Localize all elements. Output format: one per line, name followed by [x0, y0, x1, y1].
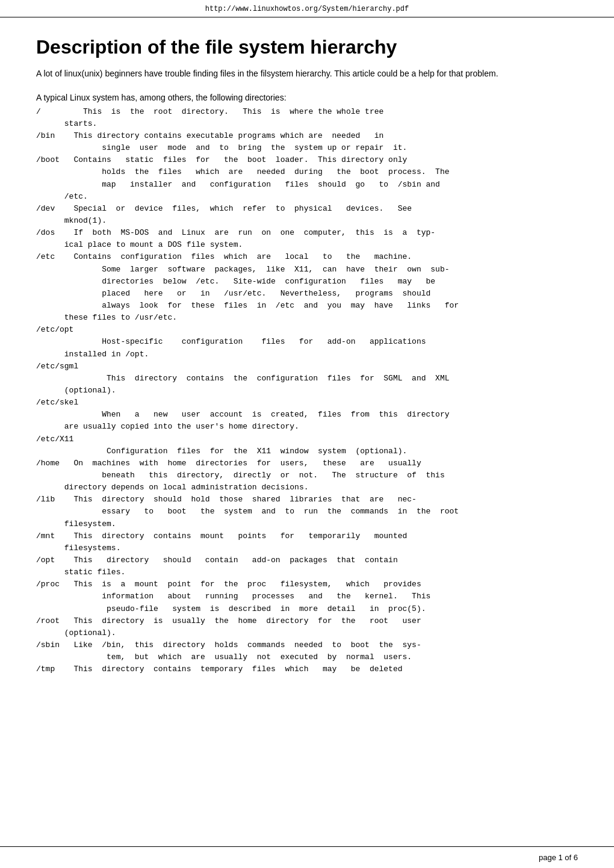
url-bar: http://www.linuxhowtos.org/System/hierar…	[0, 0, 614, 17]
directory-listing: / This is the root directory. This is wh…	[36, 106, 578, 676]
intro-paragraph: A lot of linux(unix) beginners have trou…	[36, 67, 578, 80]
page-container: http://www.linuxhowtos.org/System/hierar…	[0, 0, 614, 868]
section-header: A typical Linux system has, among others…	[36, 93, 578, 102]
directory-content: / This is the root directory. This is wh…	[36, 106, 578, 676]
page-title: Description of the file system hierarchy	[36, 36, 578, 58]
url-text: http://www.linuxhowtos.org/System/hierar…	[205, 5, 409, 13]
main-content: Description of the file system hierarchy…	[0, 17, 614, 711]
page-number: page 1 of 6	[539, 853, 578, 862]
footer: page 1 of 6	[0, 846, 614, 868]
